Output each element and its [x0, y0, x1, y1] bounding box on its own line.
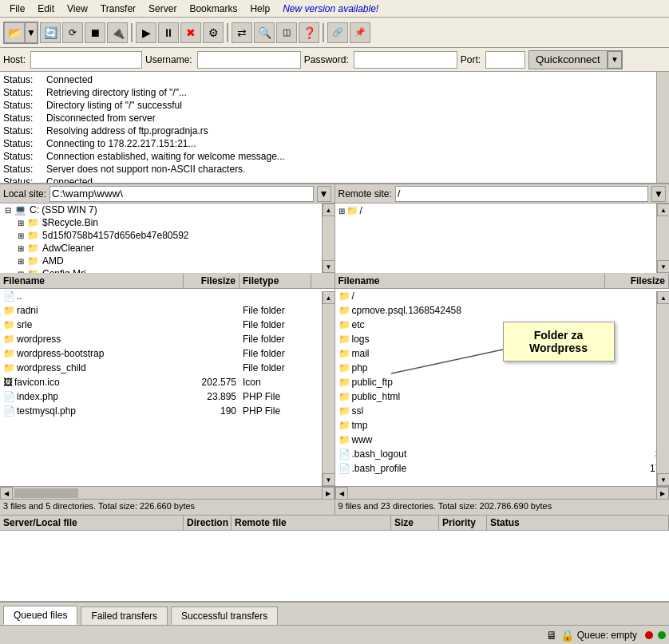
remote-file-scrollbar[interactable]: ▲ ▼	[656, 291, 669, 486]
password-input[interactable]	[354, 51, 457, 69]
queue-tab[interactable]: Queued files	[3, 606, 77, 625]
toolbar-open-dropdown[interactable]: ▼	[25, 22, 38, 43]
local-file-row[interactable]: 📁wordpress-bootstrapFile folder	[0, 346, 334, 361]
port-label: Port:	[461, 54, 481, 65]
status-area: Status:ConnectedStatus:Retrieving direct…	[0, 72, 669, 184]
menu-server[interactable]: Server	[142, 2, 183, 16]
remote-path-input[interactable]	[395, 186, 648, 202]
toolbar-stop[interactable]: ⏹	[85, 22, 105, 43]
remote-hscroll[interactable]: ◀ ▶	[335, 486, 670, 499]
toolbar-process-queue[interactable]: ▶	[136, 22, 156, 43]
local-hscroll[interactable]: ◀ ▶	[0, 486, 334, 499]
status-text: Connecting to 178.22.217.151:21...	[46, 137, 196, 150]
file-name: wordpress-bootstrap	[17, 348, 104, 359]
local-tree-item[interactable]: ⊞📁Config.Mri	[0, 267, 334, 274]
transfer-col-priority[interactable]: Priority	[439, 516, 487, 530]
file-icon: 📄	[3, 391, 15, 402]
remote-file-row[interactable]: 📁public_html	[335, 389, 670, 404]
remote-tree-scrollbar[interactable]: ▲ ▼	[656, 203, 669, 273]
remote-col-filename[interactable]: Filename	[335, 274, 606, 288]
file-name: cpmove.psql.1368542458	[352, 305, 461, 316]
local-col-filename[interactable]: Filename	[0, 274, 184, 288]
toolbar-refresh-remote[interactable]: ⟳	[62, 22, 83, 43]
transfer-col-size[interactable]: Size	[391, 516, 439, 530]
host-input[interactable]	[30, 51, 142, 69]
file-type: File folder	[239, 362, 311, 373]
menu-file[interactable]: File	[3, 2, 31, 16]
remote-file-row[interactable]: 📄.bash_profile176	[335, 461, 670, 476]
toolbar-cancel[interactable]: ✖	[180, 22, 201, 43]
local-file-row[interactable]: 📄..	[0, 289, 334, 303]
local-tree-scrollbar[interactable]: ▲ ▼	[322, 203, 334, 273]
quickconnect-dropdown[interactable]: ▼	[608, 51, 622, 69]
tree-expand-icon: ⊞	[18, 231, 24, 240]
file-name: etc	[352, 319, 365, 330]
toolbar-unknown1[interactable]: 🔗	[327, 22, 348, 43]
local-file-row[interactable]: 🖼favicon.ico202.575Icon	[0, 375, 334, 389]
remote-file-row[interactable]: 📁www	[335, 433, 670, 447]
local-col-filesize[interactable]: Filesize	[184, 274, 239, 288]
host-label: Host:	[3, 54, 26, 65]
local-tree-item[interactable]: ⊞📁5d15f0758b4157d656eb47e80592	[0, 229, 334, 242]
toolbar-compare[interactable]: ◫	[276, 22, 297, 43]
local-file-row[interactable]: 📁wordpress_childFile folder	[0, 361, 334, 375]
toolbar-unknown2[interactable]: 📌	[350, 22, 370, 43]
status-line: Status:Connected	[3, 73, 666, 86]
local-file-row[interactable]: 📄index.php23.895PHP File	[0, 389, 334, 404]
port-input[interactable]	[485, 51, 525, 69]
local-tree-item[interactable]: ⊞📁AdwCleaner	[0, 242, 334, 255]
transfer-col-remote[interactable]: Remote file	[232, 516, 391, 530]
remote-file-row[interactable]: 📄.bash_logout33	[335, 447, 670, 461]
local-tree-item[interactable]: ⊞📁$Recycle.Bin	[0, 216, 334, 229]
menu-transfer[interactable]: Transfer	[94, 2, 142, 16]
remote-path-dropdown[interactable]: ▼	[651, 186, 666, 202]
status-line: Status:Server does not support non-ASCII…	[3, 163, 666, 176]
local-path-input[interactable]	[49, 186, 313, 202]
remote-col-filesize[interactable]: Filesize	[605, 274, 669, 288]
toolbar-sync[interactable]: ⇄	[232, 22, 252, 43]
transfer-col-local[interactable]: Server/Local file	[0, 516, 184, 530]
status-label: Status:	[3, 163, 43, 176]
file-type: PHP File	[239, 391, 311, 402]
transfer-col-status[interactable]: Status	[487, 516, 669, 530]
local-tree-item[interactable]: ⊟💻C: (SSD WIN 7)	[0, 203, 334, 216]
local-path-dropdown[interactable]: ▼	[317, 186, 331, 202]
menu-bookmarks[interactable]: Bookmarks	[183, 2, 243, 16]
menu-help[interactable]: Help	[243, 2, 276, 16]
new-version-notice[interactable]: New version available!	[283, 3, 378, 14]
status-scrollbar[interactable]	[656, 72, 669, 183]
menu-view[interactable]: View	[61, 2, 94, 16]
quickconnect-button[interactable]: Quickconnect	[529, 51, 608, 69]
local-file-row[interactable]: 📁radniFile folder	[0, 303, 334, 318]
file-name: mail	[352, 348, 370, 359]
local-tree-item[interactable]: ⊞📁AMD	[0, 255, 334, 267]
remote-file-row[interactable]: 📁tmp	[335, 418, 670, 433]
file-icon: 📁	[338, 290, 350, 302]
lock-icon: 🔒	[560, 629, 574, 642]
remote-file-row[interactable]: 📁/	[335, 289, 670, 303]
toolbar-reconnect[interactable]: 🔌	[107, 22, 128, 43]
local-file-scrollbar[interactable]: ▲ ▼	[322, 291, 334, 486]
file-icon: 📁	[338, 348, 350, 359]
local-panel-status: 3 files and 5 directories. Total size: 2…	[0, 499, 334, 515]
status-label: Status:	[3, 150, 43, 163]
remote-file-row[interactable]: 📁cpmove.psql.1368542458	[335, 303, 670, 318]
username-input[interactable]	[197, 51, 301, 69]
toolbar-pause[interactable]: ⏸	[158, 22, 179, 43]
toolbar-settings[interactable]: ⚙	[203, 22, 224, 43]
queue-tab[interactable]: Successful transfers	[171, 606, 278, 625]
toolbar-help[interactable]: ❓	[299, 22, 319, 43]
local-col-filetype[interactable]: Filetype	[239, 274, 311, 288]
remote-file-row[interactable]: 📁php	[335, 361, 670, 375]
remote-file-row[interactable]: 📁public_ftp	[335, 375, 670, 389]
toolbar-refresh-local[interactable]: 🔄	[40, 22, 61, 43]
local-file-row[interactable]: 📁wordpressFile folder	[0, 332, 334, 346]
queue-tab[interactable]: Failed transfers	[81, 606, 168, 625]
local-file-row[interactable]: 📁srleFile folder	[0, 318, 334, 332]
menu-edit[interactable]: Edit	[31, 2, 61, 16]
local-file-row[interactable]: 📄testmysql.php190PHP File	[0, 404, 334, 418]
transfer-col-direction[interactable]: Direction	[184, 516, 232, 530]
toolbar-filter[interactable]: 🔍	[254, 22, 275, 43]
toolbar-open-btn[interactable]: 📂	[4, 22, 25, 43]
remote-file-row[interactable]: 📁ssl	[335, 404, 670, 418]
